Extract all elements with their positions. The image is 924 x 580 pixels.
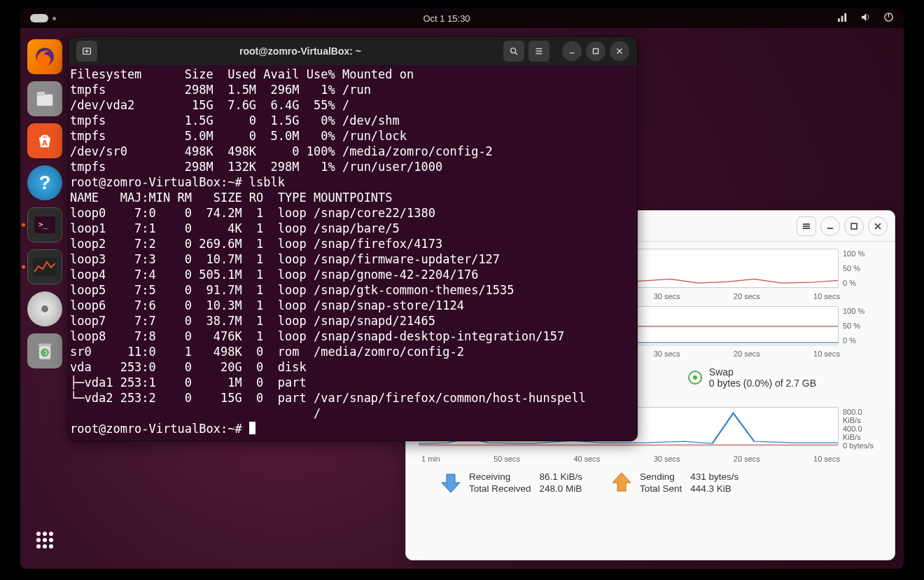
xtick: 40 secs <box>573 455 600 463</box>
dock-trash[interactable] <box>27 333 62 368</box>
terminal-line: loop1 7:1 0 4K 1 loop /snap/bare/5 <box>69 221 637 236</box>
svg-point-17 <box>49 532 53 536</box>
sysmon-maximize-button[interactable] <box>844 216 864 236</box>
swap-indicator-icon <box>688 371 702 385</box>
workspace-dot <box>52 17 56 20</box>
dock-help[interactable]: ? <box>27 165 62 200</box>
svg-text:A: A <box>42 138 48 147</box>
swap-value: 0 bytes (0.0%) of 2.7 GB <box>709 378 816 389</box>
ytick: 0 bytes/s <box>843 441 882 450</box>
svg-point-19 <box>43 538 47 542</box>
status-area[interactable] <box>837 12 894 25</box>
power-icon[interactable] <box>883 12 894 25</box>
minimize-button[interactable] <box>562 41 582 61</box>
volume-icon[interactable] <box>860 12 871 25</box>
terminal-output[interactable]: Filesystem Size Used Avail Use% Mounted … <box>69 65 637 441</box>
xtick: 30 secs <box>654 350 680 358</box>
xtick: 30 secs <box>654 292 680 301</box>
ytick: 800.0 KiB/s <box>843 408 882 424</box>
send-label: Sending <box>640 471 682 482</box>
svg-point-22 <box>43 544 47 548</box>
ytick: 0 % <box>843 279 882 287</box>
menu-button[interactable] <box>528 41 550 62</box>
search-button[interactable] <box>503 41 524 62</box>
sysmon-close-button[interactable] <box>868 216 888 236</box>
dock-firefox[interactable] <box>27 39 62 74</box>
recv-value: 86.1 KiB/s <box>540 471 583 482</box>
send-total-value: 444.3 KiB <box>690 483 738 494</box>
swap-label: Swap <box>709 366 816 378</box>
svg-line-40 <box>515 53 518 55</box>
dock: A ? >_ Terminal <box>20 28 69 569</box>
terminal-line: tmpfs 298M 132K 298M 1% /run/user/1000 <box>69 159 637 174</box>
xtick: 10 secs <box>813 350 840 358</box>
ytick: 50 % <box>843 264 882 272</box>
dock-terminal[interactable]: >_ Terminal <box>27 207 62 242</box>
send-total-label: Total Sent <box>640 483 682 494</box>
xtick: 20 secs <box>734 292 760 301</box>
xtick: 30 secs <box>654 455 680 463</box>
terminal-line: loop0 7:0 0 74.2M 1 loop /snap/core22/13… <box>69 205 637 221</box>
activities-pill[interactable] <box>30 14 48 22</box>
ytick: 0 % <box>843 336 882 345</box>
svg-rect-45 <box>594 49 598 54</box>
terminal-line: loop2 7:2 0 269.6M 1 loop /snap/firefox/… <box>69 236 637 251</box>
terminal-line: ├─vda1 253:1 0 1M 0 part <box>69 375 637 390</box>
recv-total-label: Total Received <box>469 483 531 494</box>
terminal-line: /dev/sr0 498K 498K 0 100% /media/zomro/c… <box>69 144 637 159</box>
new-tab-button[interactable] <box>76 41 97 62</box>
svg-point-21 <box>36 544 41 548</box>
upload-arrow-icon <box>610 471 633 494</box>
terminal-line: root@zomro-VirtualBox:~# lsblk <box>69 174 637 190</box>
terminal-line: vda 253:0 0 20G 0 disk <box>69 359 637 375</box>
terminal-line: sr0 11:0 1 498K 0 rom /media/zomro/confi… <box>69 344 637 359</box>
svg-point-18 <box>36 538 41 542</box>
svg-point-23 <box>49 544 53 548</box>
dock-system-monitor[interactable] <box>27 249 62 284</box>
network-icon[interactable] <box>837 12 848 25</box>
close-button[interactable] <box>610 41 629 61</box>
terminal-title: root@zomro-VirtualBox: ~ <box>99 46 501 57</box>
clock[interactable]: Oct 1 15:30 <box>423 13 470 24</box>
dock-files[interactable] <box>27 81 62 116</box>
xtick: 10 secs <box>813 455 840 463</box>
terminal-line: /dev/vda2 15G 7.6G 6.4G 55% / <box>69 97 637 113</box>
show-apps-button[interactable] <box>29 524 61 556</box>
ytick: 100 % <box>843 249 882 258</box>
terminal-line: tmpfs 1.5G 0 1.5G 0% /dev/shm <box>69 113 637 128</box>
terminal-line: Filesystem Size Used Avail Use% Mounted … <box>69 67 637 82</box>
download-arrow-icon <box>440 471 462 494</box>
terminal-line: └─vda2 253:2 0 15G 0 part /var/snap/fire… <box>69 390 637 406</box>
svg-rect-11 <box>33 258 57 276</box>
top-bar: Oct 1 15:30 <box>20 8 904 28</box>
recv-total-value: 248.0 MiB <box>540 483 583 494</box>
svg-rect-30 <box>851 223 857 229</box>
terminal-line: tmpfs 298M 1.5M 296M 1% /run <box>69 82 637 97</box>
terminal-header: root@zomro-VirtualBox: ~ <box>69 37 637 65</box>
sysmon-menu-button[interactable] <box>797 216 816 236</box>
svg-rect-2 <box>844 13 846 22</box>
xtick: 20 secs <box>734 455 760 463</box>
ytick: 50 % <box>843 322 882 330</box>
recv-label: Receiving <box>469 471 531 482</box>
terminal-line: loop8 7:8 0 476K 1 loop /snap/snapd-desk… <box>69 329 637 344</box>
terminal-window[interactable]: root@zomro-VirtualBox: ~ Filesystem Size… <box>68 36 638 441</box>
svg-rect-13 <box>38 344 52 347</box>
activities-area[interactable] <box>30 14 56 22</box>
terminal-line: root@zomro-VirtualBox:~# <box>69 421 637 436</box>
svg-point-39 <box>511 48 516 53</box>
svg-point-20 <box>49 538 53 542</box>
maximize-button[interactable] <box>586 41 606 61</box>
sysmon-minimize-button[interactable] <box>820 216 840 236</box>
ytick: 400.0 KiB/s <box>843 424 882 441</box>
xtick: 50 secs <box>493 455 520 463</box>
svg-point-16 <box>43 532 47 536</box>
dock-software[interactable]: A <box>27 123 62 158</box>
terminal-line: NAME MAJ:MIN RM SIZE RO TYPE MOUNTPOINTS <box>69 190 637 205</box>
ytick: 100 % <box>843 307 882 315</box>
terminal-line: loop4 7:4 0 505.1M 1 loop /snap/gnome-42… <box>69 267 637 282</box>
cursor <box>249 422 255 434</box>
svg-rect-1 <box>841 16 844 22</box>
dock-disc[interactable] <box>27 291 62 326</box>
terminal-line: loop5 7:5 0 91.7M 1 loop /snap/gtk-commo… <box>69 282 637 298</box>
